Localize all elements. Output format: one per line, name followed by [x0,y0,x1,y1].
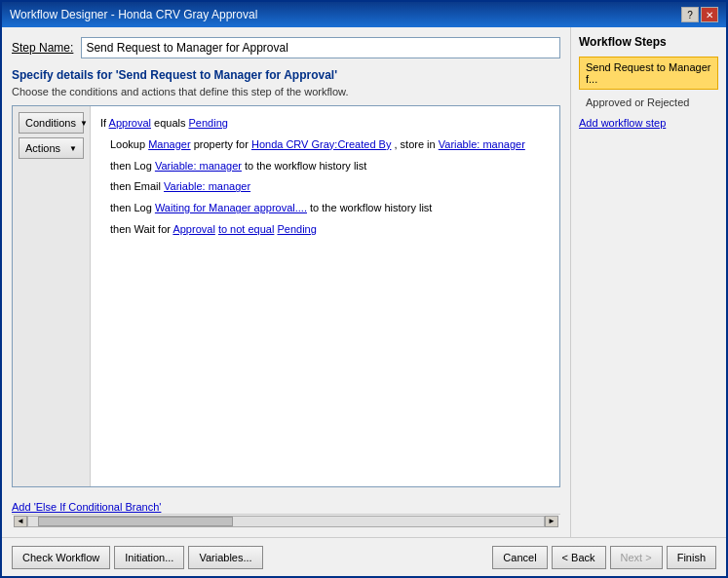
conditions-arrow-icon: ▼ [80,119,88,128]
workflow-designer-window: Workflow Designer - Honda CRV Gray Appro… [0,0,728,578]
action1-text1: property for [194,138,251,150]
add-else-container: Add 'Else If Conditional Branch' [12,493,560,514]
condition-pending-link[interactable]: Pending [189,117,228,129]
left-buttons: Conditions ▼ Actions ▼ [13,106,91,486]
action-log1-line: then Log Variable: manager to the workfl… [100,157,550,176]
action1-prefix: Lookup [110,138,148,150]
add-workflow-step-link[interactable]: Add workflow step [579,117,718,129]
scroll-left-button[interactable]: ◄ [14,516,27,527]
step-name-label: Step Name: [12,41,73,55]
title-bar: Workflow Designer - Honda CRV Gray Appro… [2,2,726,27]
actions-label: Actions [25,142,60,154]
next-button[interactable]: Next > [610,546,663,569]
workflow-area: Conditions ▼ Actions ▼ If Approval equal… [12,105,560,487]
add-else-link[interactable]: Add 'Else If Conditional Branch' [12,501,161,513]
action-lookup-line: Lookup Manager property for Honda CRV Gr… [100,135,550,155]
finish-button[interactable]: Finish [667,546,716,569]
variables-button[interactable]: Variables... [188,546,262,569]
step-item-0-label: Send Request to Manager f... [586,61,710,85]
action4-suffix: to the workflow history list [310,202,432,213]
action4-text-link[interactable]: Waiting for Manager approval.... [155,202,307,213]
actions-button[interactable]: Actions ▼ [19,137,84,159]
left-panel: Step Name: Specify details for 'Send Req… [2,27,570,537]
title-bar-buttons: ? ✕ [681,7,718,22]
specify-subtext: Choose the conditions and actions that d… [12,86,560,97]
condition-approval-link[interactable]: Approval [109,117,151,129]
actions-arrow-icon: ▼ [69,144,77,153]
action5-value-link[interactable]: Pending [277,223,316,235]
action-log2-line: then Log Waiting for Manager approval...… [100,199,550,218]
action2-prefix: then Log [110,160,155,172]
main-content: Step Name: Specify details for 'Send Req… [2,27,726,537]
scrollbar-thumb [38,517,233,526]
back-button[interactable]: < Back [552,546,606,569]
workflow-steps-title: Workflow Steps [579,35,718,49]
close-button[interactable]: ✕ [701,7,718,22]
step-name-row: Step Name: [12,37,560,58]
right-panel: Workflow Steps Send Request to Manager f… [570,27,726,537]
action5-field-link[interactable]: Approval [172,223,214,235]
step-name-input[interactable] [81,37,560,58]
conditions-label: Conditions [25,117,76,129]
initiation-button[interactable]: Initiation... [114,546,184,569]
action5-tonotequal-link[interactable]: to not equal [218,223,275,235]
step-item-1-label: Approved or Rejected [586,96,689,108]
action-wait-line: then Wait for Approval to not equal Pend… [100,220,550,240]
condition-if-text: If [100,117,109,129]
action-email-line: then Email Variable: manager [100,177,550,197]
window-title: Workflow Designer - Honda CRV Gray Appro… [10,8,257,21]
action3-variable-link[interactable]: Variable: manager [164,180,250,192]
bottom-bar: Check Workflow Initiation... Variables..… [2,537,726,576]
step-item-0[interactable]: Send Request to Manager f... [579,57,718,90]
action5-prefix: then Wait for [110,223,172,235]
action2-suffix: to the workflow history list [245,160,366,172]
step-item-1[interactable]: Approved or Rejected [579,92,718,113]
action1-variable-link[interactable]: Variable: manager [439,138,525,150]
scroll-right-button[interactable]: ► [545,516,558,527]
conditions-button[interactable]: Conditions ▼ [19,112,84,134]
action1-manager-link[interactable]: Manager [148,138,190,150]
help-button[interactable]: ? [681,7,699,22]
condition-line: If Approval equals Pending [100,114,550,134]
bottom-right-buttons: Cancel < Back Next > Finish [492,546,716,569]
action1-text2: , store in [395,138,439,150]
specify-header: Specify details for 'Send Request to Man… [12,68,560,82]
horizontal-scrollbar[interactable] [27,516,545,527]
horizontal-scrollbar-area: ◄ ► [12,514,560,527]
check-workflow-button[interactable]: Check Workflow [12,546,110,569]
action3-prefix: then Email [110,180,164,192]
bottom-left-buttons: Check Workflow Initiation... Variables..… [12,546,263,569]
cancel-button[interactable]: Cancel [492,546,547,569]
action2-variable-link[interactable]: Variable: manager [155,160,242,172]
action1-item-link[interactable]: Honda CRV Gray:Created By [251,138,391,150]
workflow-content-area: If Approval equals Pending Lookup Manage… [91,106,559,486]
condition-equals-text: equals [154,117,188,129]
action4-prefix: then Log [110,202,155,213]
